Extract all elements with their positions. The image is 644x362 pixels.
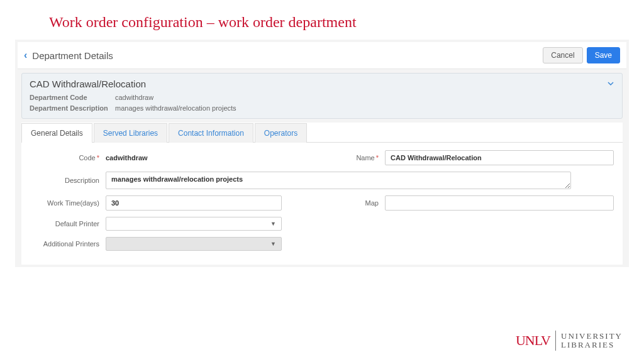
additional-printers-label: Additional Printers xyxy=(30,240,106,248)
back-icon[interactable]: ‹ xyxy=(24,50,27,61)
name-label: Name* xyxy=(322,154,385,162)
page-header: ‹ Department Details Cancel Save xyxy=(18,42,626,69)
form-panel: Code* cadwithdraw Name* Description mana… xyxy=(21,143,623,265)
save-button[interactable]: Save xyxy=(587,47,620,63)
tab-operators[interactable]: Operators xyxy=(255,123,307,143)
libraries-logo-text: UNIVERSITY LIBRARIES xyxy=(561,332,623,350)
caret-down-icon: ▼ xyxy=(270,241,276,247)
slide-title: Work order configuration – work order de… xyxy=(0,0,644,40)
summary-panel: CAD Withdrawal/Relocation Department Cod… xyxy=(21,73,623,119)
tab-served-libraries[interactable]: Served Libraries xyxy=(94,123,167,143)
summary-code-label: Department Code xyxy=(30,92,110,103)
default-printer-select[interactable]: ▼ xyxy=(106,217,282,231)
summary-desc-value: manages withdrawal/relocation projects xyxy=(115,103,236,114)
description-label: Description xyxy=(30,177,106,184)
tab-contact-information[interactable]: Contact Information xyxy=(169,123,253,143)
tab-bar: General Details Served Libraries Contact… xyxy=(21,123,623,143)
additional-printers-select: ▼ xyxy=(106,237,282,251)
page-title: Department Details xyxy=(32,50,543,61)
collapse-icon[interactable] xyxy=(607,80,614,89)
logo-divider xyxy=(555,331,556,351)
app-frame: ‹ Department Details Cancel Save CAD Wit… xyxy=(15,40,629,267)
cancel-button[interactable]: Cancel xyxy=(543,47,582,63)
header-actions: Cancel Save xyxy=(543,47,620,63)
work-time-input[interactable] xyxy=(106,195,282,211)
caret-down-icon: ▼ xyxy=(270,221,276,227)
code-label: Code* xyxy=(30,154,106,162)
summary-title: CAD Withdrawal/Relocation xyxy=(30,79,614,89)
summary-desc-label: Department Description xyxy=(30,103,110,114)
default-printer-label: Default Printer xyxy=(30,220,106,228)
tab-general-details[interactable]: General Details xyxy=(21,123,92,143)
footer-logo: UNLV UNIVERSITY LIBRARIES xyxy=(516,331,623,351)
work-time-label: Work Time(days) xyxy=(30,199,106,207)
map-label: Map xyxy=(322,199,385,207)
map-input[interactable] xyxy=(385,195,614,211)
description-input[interactable]: manages withdrawal/relocation projects xyxy=(106,172,571,189)
unlv-logo: UNLV xyxy=(516,332,550,349)
code-value: cadwithdraw xyxy=(106,154,148,162)
name-input[interactable] xyxy=(385,150,614,165)
summary-code-value: cadwithdraw xyxy=(115,92,153,103)
